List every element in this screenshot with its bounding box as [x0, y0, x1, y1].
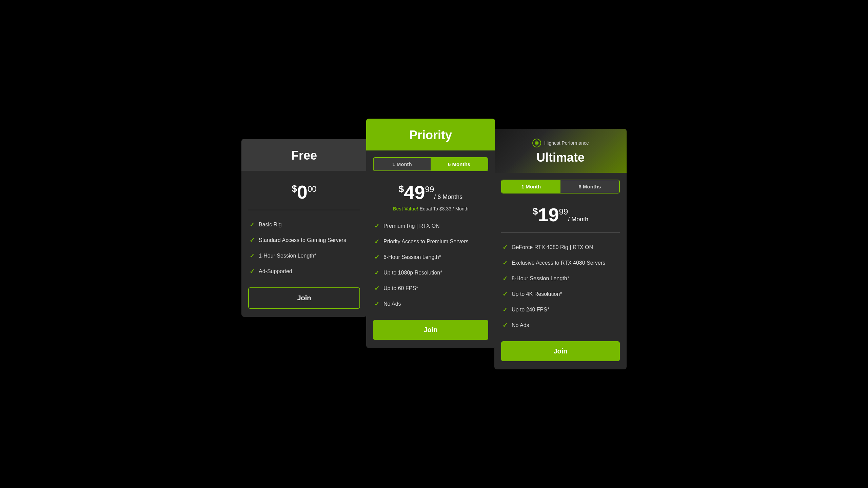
- ultimate-feature-3: ✓ 8-Hour Session Length*: [502, 271, 618, 286]
- ultimate-feature-4: ✓ Up to 4K Resolution*: [502, 286, 618, 302]
- ultimate-tab-1month[interactable]: 1 Month: [502, 180, 560, 193]
- priority-best-value: Best Value!: [393, 206, 418, 211]
- check-icon-p6: ✓: [374, 300, 379, 308]
- free-feature-4: ✓ Ad-Supported: [250, 264, 359, 279]
- priority-join-container: Join: [366, 312, 495, 348]
- priority-feature-4-text: Up to 1080p Resolution*: [383, 270, 442, 276]
- free-feature-1-text: Basic Rig: [259, 222, 282, 228]
- check-icon-p4: ✓: [374, 269, 379, 277]
- ultimate-feature-6: ✓ No Ads: [502, 318, 618, 333]
- ultimate-join-button[interactable]: Join: [501, 341, 620, 361]
- check-icon-1: ✓: [250, 221, 255, 228]
- free-feature-2: ✓ Standard Access to Gaming Servers: [250, 232, 359, 248]
- ultimate-price: $1999/ Month: [501, 204, 620, 226]
- ultimate-feature-1: ✓ GeForce RTX 4080 Rig | RTX ON: [502, 240, 618, 255]
- check-icon-4: ✓: [250, 268, 255, 275]
- priority-price-cents: 99: [425, 185, 434, 194]
- free-title: Free: [248, 148, 360, 163]
- ultimate-feature-1-text: GeForce RTX 4080 Rig | RTX ON: [512, 244, 593, 250]
- ultimate-feature-6-text: No Ads: [512, 322, 529, 328]
- check-icon-p1: ✓: [374, 222, 379, 230]
- priority-feature-4: ✓ Up to 1080p Resolution*: [374, 265, 487, 281]
- ultimate-feature-5-text: Up to 240 FPS*: [512, 307, 549, 313]
- ultimate-divider: [501, 232, 620, 233]
- check-icon-3: ✓: [250, 252, 255, 260]
- ultimate-title: Ultimate: [501, 150, 620, 165]
- free-feature-2-text: Standard Access to Gaming Servers: [259, 237, 346, 243]
- priority-join-button[interactable]: Join: [373, 320, 488, 340]
- check-icon-u3: ✓: [502, 275, 508, 282]
- free-pricing-area: $000: [241, 171, 367, 210]
- priority-feature-5: ✓ Up to 60 FPS*: [374, 281, 487, 296]
- priority-price-dollars: 49: [404, 182, 425, 203]
- pricing-container: Free $000 ✓ Basic Rig ✓ Standard Access …: [231, 119, 637, 369]
- check-icon-p2: ✓: [374, 238, 379, 245]
- free-features-list: ✓ Basic Rig ✓ Standard Access to Gaming …: [241, 217, 367, 279]
- priority-feature-2-text: Priority Access to Premium Servers: [383, 239, 469, 245]
- svg-point-1: [535, 142, 538, 144]
- priority-toggle: 1 Month 6 Months: [373, 157, 488, 171]
- priority-card: Priority 1 Month 6 Months $4999/ 6 Month…: [366, 119, 495, 348]
- free-price: $000: [248, 181, 360, 203]
- badge-icon: [532, 138, 541, 148]
- priority-price-period: / 6 Months: [434, 194, 462, 200]
- free-price-symbol: $: [292, 183, 297, 194]
- ultimate-tab-6months[interactable]: 6 Months: [560, 180, 619, 193]
- check-icon-u5: ✓: [502, 306, 508, 313]
- ultimate-price-cents: 99: [559, 207, 568, 216]
- priority-feature-3: ✓ 6-Hour Session Length*: [374, 249, 487, 265]
- priority-price-subtitle: Best Value! Equal To $8.33 / Month: [373, 206, 488, 211]
- check-icon-p5: ✓: [374, 285, 379, 292]
- free-card-header: Free: [241, 139, 367, 171]
- ultimate-price-symbol: $: [533, 206, 538, 217]
- free-price-cents: 00: [308, 184, 317, 194]
- check-icon-u4: ✓: [502, 290, 508, 298]
- ultimate-features-list: ✓ GeForce RTX 4080 Rig | RTX ON ✓ Exclus…: [494, 240, 627, 333]
- priority-feature-6-text: No Ads: [383, 301, 401, 307]
- ultimate-feature-4-text: Up to 4K Resolution*: [512, 291, 562, 297]
- ultimate-toggle: 1 Month 6 Months: [501, 180, 620, 194]
- free-divider: [248, 210, 360, 210]
- priority-title: Priority: [373, 128, 488, 142]
- ultimate-price-period: / Month: [568, 216, 588, 223]
- priority-price-symbol: $: [399, 184, 404, 194]
- ultimate-card: Highest Performance Ultimate 1 Month 6 M…: [494, 129, 627, 369]
- ultimate-feature-2-text: Exclusive Access to RTX 4080 Servers: [512, 260, 605, 266]
- highest-performance-badge: Highest Performance: [501, 138, 620, 148]
- free-price-dollars: 0: [297, 181, 308, 203]
- priority-feature-3-text: 6-Hour Session Length*: [383, 254, 441, 260]
- priority-feature-6: ✓ No Ads: [374, 296, 487, 312]
- free-feature-4-text: Ad-Supported: [259, 268, 292, 274]
- highest-performance-text: Highest Performance: [544, 140, 589, 146]
- priority-pricing-area: $4999/ 6 Months Best Value! Equal To $8.…: [366, 171, 495, 218]
- check-icon-u1: ✓: [502, 244, 508, 251]
- free-feature-3: ✓ 1-Hour Session Length*: [250, 248, 359, 264]
- free-card: Free $000 ✓ Basic Rig ✓ Standard Access …: [241, 139, 367, 317]
- priority-feature-1: ✓ Premium Rig | RTX ON: [374, 218, 487, 234]
- priority-tab-1month[interactable]: 1 Month: [374, 158, 431, 170]
- priority-tab-6months[interactable]: 6 Months: [431, 158, 488, 170]
- priority-feature-1-text: Premium Rig | RTX ON: [383, 223, 440, 229]
- ultimate-join-container: Join: [494, 333, 627, 369]
- priority-subtitle-text: Equal To $8.33 / Month: [418, 206, 469, 211]
- check-icon-2: ✓: [250, 237, 255, 244]
- free-feature-1: ✓ Basic Rig: [250, 217, 359, 232]
- priority-feature-5-text: Up to 60 FPS*: [383, 285, 418, 291]
- check-icon-u6: ✓: [502, 322, 508, 329]
- priority-features-list: ✓ Premium Rig | RTX ON ✓ Priority Access…: [366, 218, 495, 312]
- priority-card-header: Priority: [366, 119, 495, 150]
- ultimate-card-header: Highest Performance Ultimate: [494, 129, 627, 173]
- priority-feature-2: ✓ Priority Access to Premium Servers: [374, 234, 487, 249]
- ultimate-price-dollars: 19: [538, 204, 559, 225]
- check-icon-p3: ✓: [374, 253, 379, 261]
- ultimate-pricing-area: $1999/ Month: [494, 194, 627, 232]
- priority-price: $4999/ 6 Months: [373, 181, 488, 203]
- ultimate-feature-3-text: 8-Hour Session Length*: [512, 276, 569, 282]
- free-feature-3-text: 1-Hour Session Length*: [259, 253, 316, 259]
- ultimate-feature-5: ✓ Up to 240 FPS*: [502, 302, 618, 318]
- ultimate-feature-2: ✓ Exclusive Access to RTX 4080 Servers: [502, 255, 618, 271]
- check-icon-u2: ✓: [502, 259, 508, 267]
- free-join-container: Join: [241, 279, 367, 317]
- free-join-button[interactable]: Join: [248, 287, 360, 309]
